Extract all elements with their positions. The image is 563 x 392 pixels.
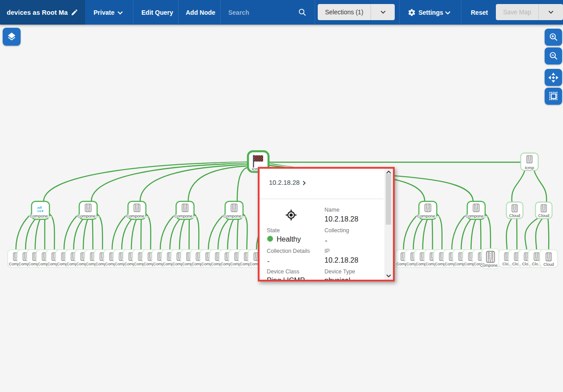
svg-text:Cloud: Cloud <box>538 213 550 218</box>
svg-text:Compone...: Compone... <box>126 213 148 218</box>
svg-text:Compone...: Compone... <box>174 213 196 218</box>
svg-text:Clo...: Clo... <box>502 262 512 266</box>
svg-text:Clo...: Clo... <box>512 262 521 266</box>
svg-text:Compone...: Compone... <box>480 263 501 268</box>
svg-text:Cloud: Cloud <box>543 262 554 267</box>
svg-text:Icmp: Icmp <box>525 165 534 170</box>
svg-text:Compone...: Compone... <box>30 213 51 218</box>
svg-text:Compone...: Compone... <box>77 213 99 218</box>
svg-text:Clo...: Clo... <box>522 262 531 266</box>
svg-text:Compone...: Compone... <box>223 213 245 218</box>
svg-text:Compone...: Compone... <box>465 213 487 218</box>
svg-text:Cloud: Cloud <box>509 213 520 218</box>
svg-text:Clo...: Clo... <box>532 262 541 266</box>
svg-text:Compone...: Compone... <box>417 213 439 218</box>
